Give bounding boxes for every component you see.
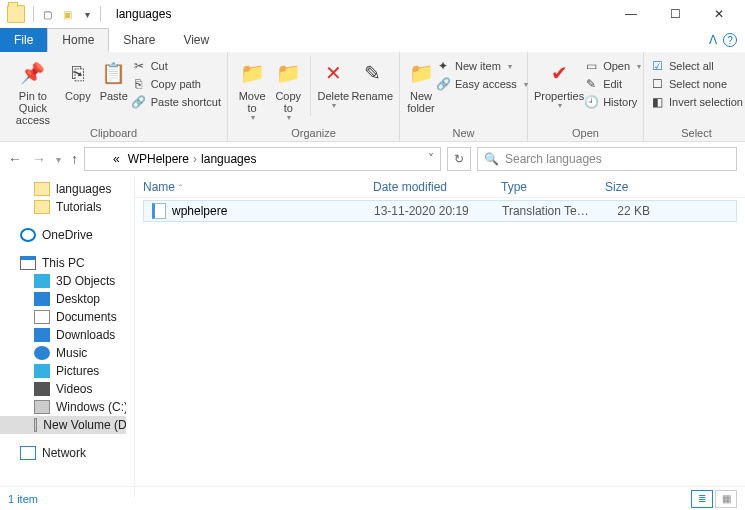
forward-button[interactable]: →: [32, 151, 46, 167]
properties-button[interactable]: ✔ Properties▾: [534, 56, 584, 111]
sort-indicator-icon: ˆ: [179, 183, 182, 193]
tree-item-label: This PC: [42, 256, 85, 270]
tree-item-3d-objects[interactable]: 3D Objects: [0, 272, 134, 290]
maximize-button[interactable]: ☐: [653, 0, 697, 28]
refresh-button[interactable]: ↻: [447, 147, 471, 171]
select-all-button[interactable]: ☑Select all: [650, 58, 743, 74]
tree-item-label: 3D Objects: [56, 274, 115, 288]
col-name[interactable]: Nameˆ: [135, 180, 365, 194]
pc-icon: [20, 256, 36, 270]
tree-item-languages[interactable]: languages: [0, 180, 134, 198]
separator: [100, 6, 101, 22]
tree-item-onedrive[interactable]: OneDrive: [0, 226, 134, 244]
column-headers: Nameˆ Date modified Type Size: [135, 176, 745, 198]
move-to-label: Move to: [234, 90, 270, 114]
tree-item-label: Music: [56, 346, 87, 360]
tree-item-new-volume-d-[interactable]: New Volume (D:): [0, 416, 134, 434]
back-button[interactable]: ←: [8, 151, 22, 167]
rename-button[interactable]: ✎ Rename: [351, 56, 393, 102]
tree-item-desktop[interactable]: Desktop: [0, 290, 134, 308]
copy-path-button[interactable]: ⎘Copy path: [132, 76, 221, 92]
select-none-button[interactable]: ☐Select none: [650, 76, 743, 92]
drive-icon: [34, 400, 50, 414]
tab-home[interactable]: Home: [47, 28, 109, 52]
open-button[interactable]: ▭Open▾: [584, 58, 641, 74]
minimize-button[interactable]: —: [609, 0, 653, 28]
tree-item-pictures[interactable]: Pictures: [0, 362, 134, 380]
cut-button[interactable]: ✂Cut: [132, 58, 221, 74]
tree-item-label: Tutorials: [56, 200, 102, 214]
tab-share[interactable]: Share: [109, 28, 169, 52]
up-button[interactable]: ↑: [71, 151, 78, 167]
delete-button[interactable]: ✕ Delete▾: [315, 56, 351, 111]
col-size[interactable]: Size: [597, 180, 657, 194]
address-dropdown-icon[interactable]: ˅: [422, 152, 440, 166]
move-to-button[interactable]: 📁 Move to▾: [234, 56, 270, 123]
ribbon-collapse-icon[interactable]: ᐱ: [709, 33, 717, 47]
tree-item-network[interactable]: Network: [0, 444, 134, 462]
tree-item-tutorials[interactable]: Tutorials: [0, 198, 134, 216]
app-icon: [7, 5, 25, 23]
group-label-open: Open: [528, 127, 643, 141]
paste-icon: 📋: [99, 58, 129, 88]
desktop-icon: [34, 292, 50, 306]
cut-icon: ✂: [132, 59, 146, 73]
tree-item-documents[interactable]: Documents: [0, 308, 134, 326]
tree-item-downloads[interactable]: Downloads: [0, 326, 134, 344]
tree-item-windows-c-[interactable]: Windows (C:): [0, 398, 134, 416]
tab-file[interactable]: File: [0, 28, 47, 52]
history-icon: 🕘: [584, 95, 598, 109]
close-button[interactable]: ✕: [697, 0, 741, 28]
new-folder-label: New folder: [406, 90, 436, 114]
qat-newfolder-icon[interactable]: ▣: [59, 6, 75, 22]
file-row[interactable]: wphelpere 13-11-2020 20:19 Translation T…: [143, 200, 737, 222]
paste-shortcut-button[interactable]: 🔗Paste shortcut: [132, 94, 221, 110]
status-bar: 1 item ≣ ▦: [0, 486, 745, 510]
help-icon[interactable]: ?: [723, 33, 737, 47]
easy-access-icon: 🔗: [436, 77, 450, 91]
breadcrumb-languages[interactable]: languages: [197, 152, 260, 166]
address-bar[interactable]: « WPHelpere › languages ˅: [84, 147, 441, 171]
tree-item-label: Network: [42, 446, 86, 460]
search-icon: 🔍: [484, 152, 499, 166]
folder-icon: [34, 200, 50, 214]
copy-to-label: Copy to: [270, 90, 306, 114]
details-view-button[interactable]: ≣: [691, 490, 713, 508]
copy-button[interactable]: ⎘ Copy: [60, 56, 96, 102]
tree-item-this-pc[interactable]: This PC: [0, 254, 134, 272]
pin-to-quick-access-button[interactable]: 📌 Pin to Quick access: [6, 56, 60, 126]
breadcrumb-overflow[interactable]: «: [109, 152, 124, 166]
tree-item-music[interactable]: Music: [0, 344, 134, 362]
quick-access-toolbar: ▢ ▣ ▾: [39, 6, 95, 22]
navigation-pane[interactable]: languagesTutorialsOneDriveThis PC3D Obje…: [0, 176, 135, 498]
pics-icon: [34, 364, 50, 378]
new-folder-button[interactable]: 📁 New folder: [406, 56, 436, 114]
qat-properties-icon[interactable]: ▢: [39, 6, 55, 22]
new-item-button[interactable]: ✦New item▾: [436, 58, 528, 74]
col-date[interactable]: Date modified: [365, 180, 493, 194]
pin-label: Pin to Quick access: [6, 90, 60, 126]
copy-to-button[interactable]: 📁 Copy to▾: [270, 56, 306, 123]
thumbnails-view-button[interactable]: ▦: [715, 490, 737, 508]
breadcrumb-wphelpere[interactable]: WPHelpere: [124, 152, 193, 166]
item-count: 1 item: [8, 493, 38, 505]
invert-selection-icon: ◧: [650, 95, 664, 109]
tab-view[interactable]: View: [169, 28, 223, 52]
tree-item-label: languages: [56, 182, 111, 196]
invert-selection-button[interactable]: ◧Invert selection: [650, 94, 743, 110]
history-button[interactable]: 🕘History: [584, 94, 641, 110]
search-input[interactable]: 🔍 Search languages: [477, 147, 737, 171]
window-title: languages: [116, 7, 171, 21]
tree-item-videos[interactable]: Videos: [0, 380, 134, 398]
edit-button[interactable]: ✎Edit: [584, 76, 641, 92]
col-type[interactable]: Type: [493, 180, 597, 194]
recent-locations-button[interactable]: ▾: [56, 154, 61, 165]
easy-access-button[interactable]: 🔗Easy access▾: [436, 76, 528, 92]
paste-button[interactable]: 📋 Paste: [96, 56, 132, 102]
ribbon-group-new: 📁 New folder ✦New item▾ 🔗Easy access▾ Ne…: [400, 52, 528, 141]
drive-icon: [34, 418, 37, 432]
paste-label: Paste: [100, 90, 128, 102]
onedrive-icon: [20, 228, 36, 242]
qat-customize-icon[interactable]: ▾: [79, 6, 95, 22]
ribbon: 📌 Pin to Quick access ⎘ Copy 📋 Paste ✂Cu…: [0, 52, 745, 142]
